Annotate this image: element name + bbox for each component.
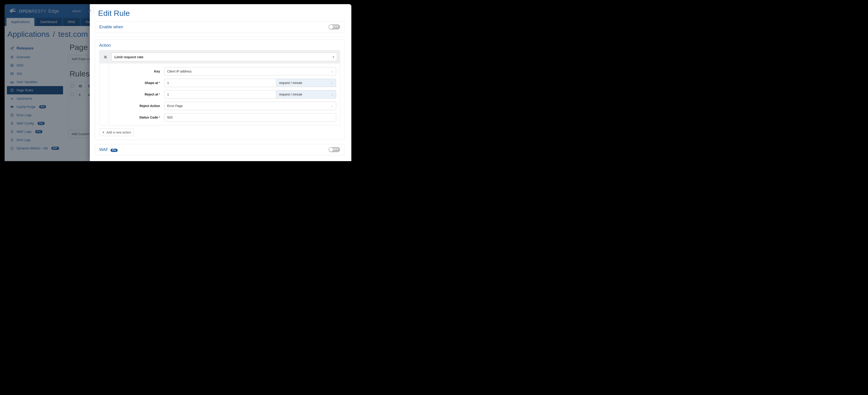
reject-action-label: Reject Action xyxy=(140,104,160,108)
enable-when-toggle[interactable]: OFF xyxy=(329,24,340,29)
caret-down-icon: ⌄ xyxy=(331,93,333,96)
action-block: Limit request rate ▾ Key Client IP addre… xyxy=(99,50,340,126)
key-label: Key xyxy=(154,69,160,73)
status-code-input[interactable] xyxy=(164,113,336,122)
action-type-select[interactable]: Limit request rate ▾ xyxy=(112,53,337,61)
enable-when-card: Enable when OFF xyxy=(95,22,344,32)
plus-icon: ＋ xyxy=(102,130,105,134)
caret-down-icon: ⌄ xyxy=(331,81,333,85)
modal-title: Edit Rule xyxy=(90,7,351,22)
caret-down-icon: ⌄ xyxy=(331,70,333,73)
shape-at-label: Shape at xyxy=(145,81,158,85)
waf-toggle[interactable]: OFF xyxy=(329,147,340,152)
reject-at-unit-select[interactable]: request / minute ⌄ xyxy=(276,90,336,99)
caret-down-icon: ▾ xyxy=(333,56,334,59)
action-card: Action Limit request rate ▾ xyxy=(95,40,344,140)
key-select[interactable]: Client IP address ⌄ xyxy=(164,67,336,75)
reject-at-input[interactable] xyxy=(164,90,276,99)
status-code-label: Status Code xyxy=(139,116,158,119)
app-window: OPENRESTY Edge About Licenses Applicatio… xyxy=(5,4,351,161)
caret-down-icon: ⌄ xyxy=(331,104,333,107)
shape-at-input[interactable] xyxy=(164,79,276,87)
waf-card: WAF Pro OFF xyxy=(95,144,344,155)
remove-action-icon[interactable] xyxy=(102,54,109,60)
edit-rule-modal: Edit Rule Enable when OFF Action xyxy=(90,4,351,161)
enable-when-title: Enable when xyxy=(99,25,123,29)
waf-title: WAF xyxy=(99,147,108,152)
reject-action-select[interactable]: Error Page ⌄ xyxy=(164,102,336,110)
add-new-action-button[interactable]: ＋ Add a new action xyxy=(99,129,133,136)
shape-at-unit-select[interactable]: request / minute ⌄ xyxy=(276,79,336,87)
reject-at-label: Reject at xyxy=(145,93,158,96)
action-title: Action xyxy=(99,43,340,48)
pro-badge: Pro xyxy=(111,149,118,152)
